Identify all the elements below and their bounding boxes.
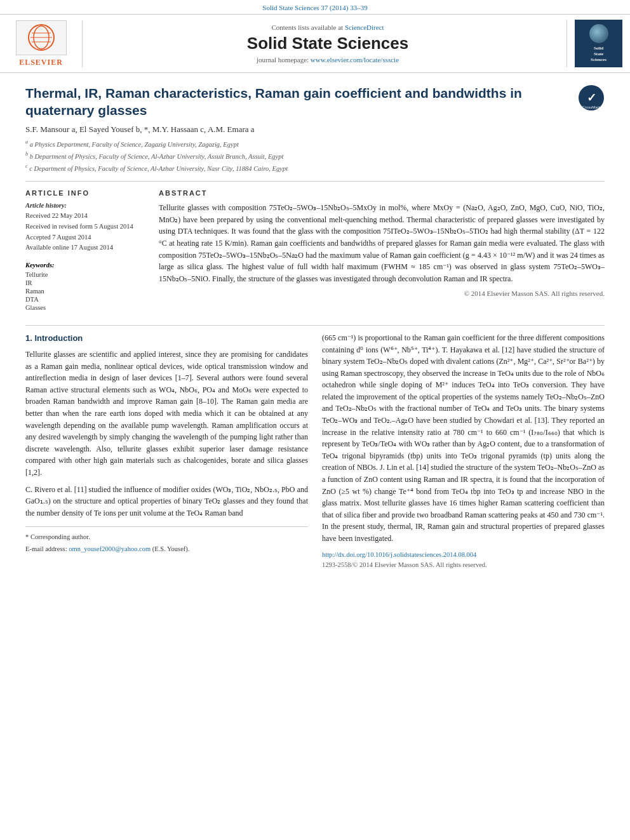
mini-logo-circle [589, 24, 608, 43]
keywords-label: Keywords: [25, 262, 146, 269]
divider-1 [25, 181, 605, 182]
keyword-2: IR [25, 279, 146, 286]
homepage-label: journal homepage: [257, 56, 309, 63]
email-label: E-mail address: [25, 545, 67, 552]
crossmark: ✓ CrossMark [578, 84, 605, 111]
abstract-text: Tellurite glasses with composition 75TeO… [159, 202, 605, 284]
top-bar: Solid State Sciences 37 (2014) 33–39 [0, 0, 630, 14]
abstract-header: ABSTRACT [159, 189, 605, 197]
affiliations: a a Physics Department, Faculty of Scien… [25, 138, 605, 174]
corresponding-author-note: * Corresponding author. [25, 532, 308, 542]
keyword-3: Raman [25, 288, 146, 295]
affiliation-c: c c Department of Physics, Faculty of Sc… [25, 163, 605, 173]
accepted-date: Accepted 7 August 2014 [25, 233, 146, 243]
copyright-line: © 2014 Elsevier Masson SAS. All rights r… [159, 290, 605, 297]
journal-ref: Solid State Sciences 37 (2014) 33–39 [262, 4, 367, 11]
main-body: 1. Introduction Tellurite glasses are sc… [0, 326, 630, 583]
email-link[interactable]: omn_yousef2000@yahoo.com [69, 545, 151, 552]
section-1-title: 1. Introduction [25, 332, 308, 345]
article-history-label: Article history: [25, 202, 146, 209]
article-title: Thermal, IR, Raman characteristics, Rama… [25, 84, 568, 119]
left-body-col: 1. Introduction Tellurite glasses are sc… [25, 332, 308, 570]
elsevier-logo-block: ELSEVIER [6, 20, 83, 67]
article-info-col: ARTICLE INFO Article history: Received 2… [25, 189, 146, 312]
journal-mini-logo: SolidStateSciences [575, 20, 622, 67]
affiliation-a: a a Physics Department, Faculty of Scien… [25, 138, 605, 149]
right-body-col: (665 cm⁻¹) is proportional to the Raman … [322, 332, 605, 570]
abstract-col: ABSTRACT Tellurite glasses with composit… [159, 189, 605, 312]
keyword-1: Tellurite [25, 271, 146, 278]
article-info-header: ARTICLE INFO [25, 189, 146, 197]
journal-header: ELSEVIER Contents lists available at Sci… [0, 14, 630, 73]
doi-link[interactable]: http://dx.doi.org/10.1016/j.solidstatesc… [322, 551, 476, 558]
email-note: E-mail address: omn_yousef2000@yahoo.com… [25, 544, 308, 554]
keywords-section: Keywords: Tellurite IR Raman DTA Glasses [25, 262, 146, 311]
journal-title-header: Solid State Sciences [89, 34, 566, 53]
article-title-section: Thermal, IR, Raman characteristics, Rama… [25, 84, 605, 119]
intro-paragraph-2: C. Rivero et al. [11] studied the influe… [25, 484, 308, 519]
issn-line: 1293-2558/© 2014 Elsevier Masson SAS. Al… [322, 560, 605, 570]
keyword-5: Glasses [25, 304, 146, 311]
science-direct-prefix: Contents lists available at [271, 23, 343, 31]
body-two-col: 1. Introduction Tellurite glasses are sc… [25, 332, 605, 570]
affiliation-b: b b Department of Physics, Faculty of Sc… [25, 150, 605, 161]
science-direct-link[interactable]: ScienceDirect [345, 23, 384, 31]
received-revised-date: Received in revised form 5 August 2014 [25, 222, 146, 232]
header-center: Contents lists available at ScienceDirec… [89, 23, 566, 63]
svg-text:CrossMark: CrossMark [582, 105, 601, 109]
right-col-paragraph-1: (665 cm⁻¹) is proportional to the Raman … [322, 332, 605, 545]
journal-homepage-line: journal homepage: www.elsevier.com/locat… [89, 56, 566, 63]
footnote-section: * Corresponding author. E-mail address: … [25, 526, 308, 554]
article-info-abstract: ARTICLE INFO Article history: Received 2… [25, 189, 605, 312]
intro-paragraph-1: Tellurite glasses are scientific and app… [25, 349, 308, 479]
keyword-4: DTA [25, 296, 146, 303]
available-online-date: Available online 17 August 2014 [25, 243, 146, 253]
received-date: Received 22 May 2014 [25, 211, 146, 221]
elsevier-wordmark: ELSEVIER [19, 58, 63, 67]
journal-mini-logo-block: SolidStateSciences [566, 20, 624, 67]
crossmark-icon: ✓ CrossMark [578, 84, 605, 111]
authors-line: S.F. Mansour a, El Sayed Yousef b, *, M.… [25, 124, 605, 135]
email-person: (E.S. Yousef). [152, 545, 190, 552]
elsevier-logo-image [16, 20, 67, 55]
svg-text:✓: ✓ [587, 91, 596, 104]
science-direct-line: Contents lists available at ScienceDirec… [89, 23, 566, 31]
doi-line: http://dx.doi.org/10.1016/j.solidstatesc… [322, 550, 605, 560]
article-content: Thermal, IR, Raman characteristics, Rama… [0, 73, 630, 325]
homepage-url[interactable]: www.elsevier.com/locate/ssscie [311, 56, 399, 63]
